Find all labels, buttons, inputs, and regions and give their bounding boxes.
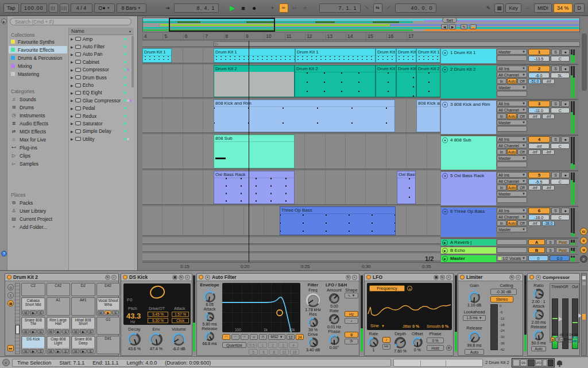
device-list-item[interactable]: ▶ Cabinet: [69, 58, 134, 66]
device-list-item[interactable]: ▶ Echo: [69, 81, 134, 89]
fold-track-icon[interactable]: ▼: [442, 137, 448, 143]
drum-pad[interactable]: A1 M ▶ S: [47, 297, 71, 316]
clip[interactable]: Drum Kit 2: [376, 65, 396, 97]
device-list-item[interactable]: ▶ Utility: [69, 135, 134, 143]
hot-swap-icon[interactable]: ↻: [346, 275, 351, 280]
track-activator[interactable]: 1: [528, 49, 550, 55]
expand-triangle-icon[interactable]: ▶: [71, 129, 74, 133]
fold-track-icon[interactable]: ▼: [442, 50, 448, 56]
lfo-phase-mode[interactable]: φ: [345, 332, 358, 338]
lookahead-chooser[interactable]: 1.5 ms▼: [463, 315, 486, 321]
track-lane-3[interactable]: 808 Kick and Rim 808 Kick and: [142, 99, 440, 133]
master-pan-field[interactable]: 6.0: [550, 255, 570, 261]
track-activator[interactable]: 5: [528, 172, 550, 178]
set-locator-button[interactable]: Set: [442, 17, 457, 23]
track-header-2[interactable]: ▼2 Drum Kit 2 All Ins▼ All Channel▼ InAu…: [440, 65, 578, 100]
clip[interactable]: Drum Kit 1: [295, 48, 376, 63]
loop-icon[interactable]: ⇆: [373, 3, 382, 13]
time-signature-field[interactable]: 4 / 4: [71, 3, 92, 13]
quantize-beat-button[interactable]: 8: [269, 349, 278, 355]
release-knob[interactable]: [205, 332, 214, 341]
drum-rack-device[interactable]: Drum Kit 2 ↻▪ ◎ ≡ ▦ ▸▸ C2 M ▶ S C#2: [5, 273, 119, 356]
collection-item[interactable]: Drums & Percussion: [9, 54, 67, 62]
expand-triangle-icon[interactable]: ▶: [71, 37, 74, 41]
quantize-button[interactable]: Quantize: [222, 342, 246, 348]
toggle-io-section[interactable]: IO: [580, 228, 587, 235]
return-name[interactable]: B Echo: [450, 248, 465, 253]
drum-pad[interactable]: Snare 808 Tite M ▶ S: [21, 317, 45, 335]
release-knob[interactable]: [469, 331, 480, 343]
device-list-item[interactable]: ▶ Drum Buss: [69, 74, 134, 81]
input-routing-chooser[interactable]: All Ins▼: [497, 208, 527, 213]
decay-knob[interactable]: [128, 333, 141, 346]
device-thumb-lfo[interactable]: LFO: [535, 359, 542, 366]
input-routing-chooser[interactable]: All Ins▼: [497, 66, 527, 71]
return-lane-a[interactable]: [142, 237, 440, 244]
return-track-a-header[interactable]: ▶A Reverb | Compressor ASPost: [440, 239, 578, 247]
lfo-rate-knob[interactable]: [329, 314, 339, 324]
pan-field[interactable]: 5L: [551, 72, 570, 78]
device-thumb-limiter[interactable]: [543, 359, 547, 366]
session-record-icon[interactable]: ○: [301, 3, 310, 13]
category-item[interactable]: ⇄ MIDI Effects: [9, 128, 67, 135]
quantize-beat-button[interactable]: 6: [259, 349, 268, 355]
save-preset-icon[interactable]: ▪: [352, 275, 357, 280]
drum-pad[interactable]: D#2 M ▶ S: [96, 283, 121, 296]
quantize-beat-button[interactable]: 0.5: [247, 342, 257, 348]
clip[interactable]: Three Op Bass: [280, 206, 396, 235]
lfo-amount-knob[interactable]: [329, 293, 339, 304]
auto-release-button[interactable]: Auto: [531, 346, 546, 351]
quantize-beat-button[interactable]: 4: [289, 342, 298, 348]
re-enable-automation-icon[interactable]: ↩: [290, 3, 299, 13]
fold-track-icon[interactable]: ▼: [442, 102, 448, 108]
collection-item[interactable]: Mastering: [9, 70, 67, 78]
auto-filter-device[interactable]: ▼Auto Filter ↻▪ Envelope ▼ 6.05 Attack 5…: [196, 273, 359, 356]
drum-pad[interactable]: Rim Large Hall M ▶ S: [47, 317, 71, 335]
drive-knob[interactable]: [308, 338, 318, 347]
arrangement-overview[interactable]: [142, 17, 580, 32]
pad-mute-button[interactable]: M: [22, 310, 29, 315]
pan-field[interactable]: C: [551, 143, 570, 149]
output-routing-chooser[interactable]: Master▼: [497, 85, 527, 90]
output-routing-chooser[interactable]: Master▼: [497, 120, 527, 125]
track-lane-1[interactable]: Drum Kit 1 Drum Kit 1 Drum Kit 1 Drum Ki…: [142, 48, 440, 64]
drum-pad[interactable]: D#1 M ▶ S: [96, 336, 121, 354]
pad-preview-button[interactable]: ▶: [30, 310, 37, 315]
monitor-switch[interactable]: InAutoOff: [497, 78, 527, 84]
hot-swap-icon[interactable]: ↻: [509, 275, 514, 280]
clip-selected-region[interactable]: Drum Kit 2: [214, 65, 295, 97]
monitor-switch[interactable]: InAutoOff: [497, 220, 527, 226]
send-a-field[interactable]: -51.0: [528, 79, 541, 84]
collection-item[interactable]: Mixing: [9, 62, 67, 70]
category-item[interactable]: ⊞ Drums: [9, 103, 67, 111]
track-header-1[interactable]: ▼1 Drum Kit 1 Master▼ 1S● -13.5C: [440, 48, 578, 65]
volume-field[interactable]: -inf: [528, 143, 550, 149]
clip[interactable]: 808 Sub: [214, 135, 295, 168]
arrangement-scrollbar[interactable]: [582, 33, 587, 91]
input-channel-chooser[interactable]: All Channel▼: [497, 214, 527, 220]
clip[interactable]: Drum Kit 1: [396, 48, 416, 63]
output-routing-chooser[interactable]: Master▼: [497, 191, 527, 197]
send-a-field[interactable]: -inf: [528, 185, 541, 190]
toggle-returns-section[interactable]: R: [580, 237, 587, 244]
expand-triangle-icon[interactable]: ▶: [71, 121, 74, 125]
expand-triangle-icon[interactable]: ▶: [71, 98, 74, 102]
knee-value[interactable]: 6.0 dB: [572, 336, 578, 343]
device-list-item[interactable]: ▶ Amp: [69, 35, 134, 43]
smooth-field[interactable]: Smooth 0 %: [427, 324, 448, 328]
drum-pad[interactable]: G1 M ▶ S: [96, 317, 121, 335]
device-chain-thumbnails[interactable]: DS LFO: [512, 358, 555, 367]
unfold-icon[interactable]: ▶: [442, 256, 448, 262]
pad-solo-button[interactable]: S: [37, 349, 44, 353]
quantize-beat-button[interactable]: 1: [258, 342, 267, 348]
envelope-amount-knob[interactable]: [204, 291, 215, 302]
pad-preview-button[interactable]: ▶: [80, 329, 87, 334]
arm-button[interactable]: ●: [561, 208, 570, 214]
show-chains-icon[interactable]: ≡: [7, 292, 14, 298]
input-routing-chooser[interactable]: All Ins▼: [497, 172, 527, 178]
clip[interactable]: 808 Kick and Rim: [214, 99, 395, 132]
pad-preview-button[interactable]: ▶: [55, 329, 61, 334]
category-item[interactable]: ◷ Instruments: [9, 112, 67, 119]
output-routing-chooser[interactable]: Master▼: [497, 227, 527, 232]
map-target-button[interactable]: Frequency: [369, 285, 405, 292]
